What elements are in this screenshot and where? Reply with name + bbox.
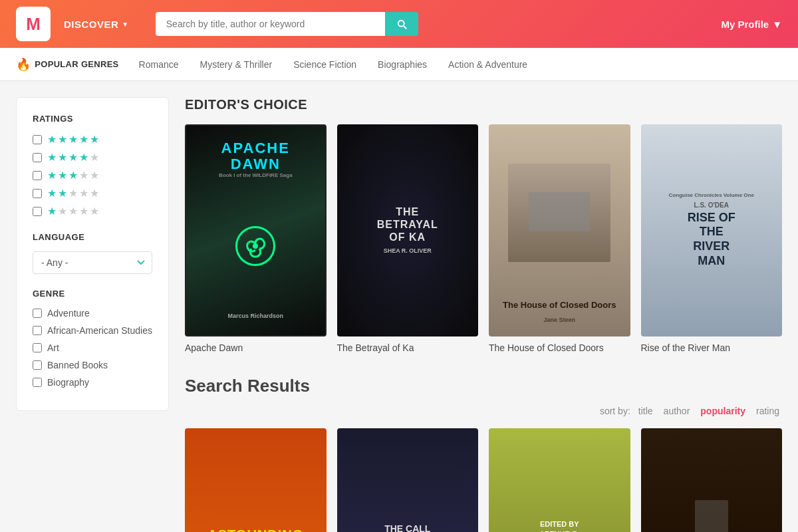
book-cover-apache-dawn: APACHEDAWN Book I of the WILDFIRE Saga	[185, 124, 327, 336]
genre-bar: 🔥 POPULAR GENRES Romance Mystery & Thril…	[0, 48, 798, 81]
rating-row-3: ★ ★ ★ ★ ★	[33, 169, 152, 182]
book-card-betrayal[interactable]: THEBETRAYALOF KA SHEA R. OLIVER The Betr…	[337, 124, 479, 354]
stars-4: ★ ★ ★ ★ ★	[47, 151, 99, 164]
star: ★	[47, 205, 57, 217]
rating-checkbox-1[interactable]	[33, 207, 42, 216]
genre-label-art: Art	[47, 342, 59, 353]
genre-filter-row: Adventure	[33, 308, 152, 319]
search-button[interactable]	[385, 12, 418, 36]
book-card-rise[interactable]: Conguise Chronicles Volume One L.S. O'DE…	[641, 124, 783, 354]
book-card-apache-dawn[interactable]: APACHEDAWN Book I of the WILDFIRE Saga	[185, 124, 327, 354]
star: ★	[79, 187, 88, 200]
rating-row-4: ★ ★ ★ ★ ★	[33, 151, 152, 164]
my-profile-label: My Profile	[721, 19, 769, 30]
profile-caret-icon: ▼	[772, 19, 782, 30]
genre-link-romance[interactable]: Romance	[130, 48, 188, 80]
genre-link-science-fiction[interactable]: Science Fiction	[284, 48, 366, 80]
book-cover-reeve: EDITED BYARTHUR B.REEVE	[489, 428, 630, 532]
editors-choice-grid: APACHEDAWN Book I of the WILDFIRE Saga	[185, 124, 782, 354]
genre-link-action-adventure[interactable]: Action & Adventure	[439, 48, 537, 80]
book-cover-astounding: ASTOUNDING	[185, 428, 327, 532]
editors-choice-title: EDITOR'S CHOICE	[185, 97, 782, 112]
star: ★	[68, 187, 78, 200]
book-title-rise: Rise of the River Man	[641, 342, 783, 355]
sort-by-popularity[interactable]: popularity	[698, 404, 748, 418]
stars-5: ★ ★ ★ ★ ★	[47, 133, 99, 146]
sort-by-title[interactable]: title	[636, 404, 656, 418]
star: ★	[47, 169, 57, 182]
search-bar	[156, 12, 418, 36]
search-results-title: Search Results	[185, 376, 782, 396]
rating-row-2: ★ ★ ★ ★ ★	[33, 187, 152, 200]
book-title-house: The House of Closed Doors	[489, 342, 630, 355]
sidebar: RATINGS ★ ★ ★ ★ ★ ★ ★ ★ ★ ★	[16, 97, 169, 411]
star: ★	[58, 187, 67, 200]
star: ★	[90, 151, 99, 164]
book-cover-stoker: BRAM STOKER	[641, 428, 783, 532]
genre-label-african-american: African-American Studies	[47, 325, 152, 336]
rating-checkbox-5[interactable]	[33, 135, 42, 144]
sort-by-rating[interactable]: rating	[753, 404, 782, 418]
genre-checkbox-banned-books[interactable]	[33, 360, 42, 370]
genre-title: GENRE	[33, 289, 152, 299]
star: ★	[68, 133, 78, 146]
my-profile-button[interactable]: My Profile ▼	[721, 19, 782, 30]
search-icon	[396, 18, 408, 30]
app-header: M DISCOVER ▼ My Profile ▼	[0, 0, 798, 48]
genre-link-mystery-thriller[interactable]: Mystery & Thriller	[191, 48, 282, 80]
genre-filter-row: African-American Studies	[33, 325, 152, 336]
fire-icon: 🔥	[16, 57, 31, 72]
genre-section: GENRE Adventure African-American Studies…	[33, 289, 152, 388]
language-section: LANGUAGE - Any -	[33, 232, 152, 274]
stars-1: ★ ★ ★ ★ ★	[47, 205, 99, 217]
sort-row: sort by: title author popularity rating	[185, 404, 782, 418]
genre-checkbox-biography[interactable]	[33, 378, 42, 387]
star: ★	[47, 187, 57, 200]
logo-letter: M	[26, 14, 41, 35]
star: ★	[90, 205, 99, 217]
sort-label: sort by:	[600, 406, 630, 416]
app-logo[interactable]: M	[16, 7, 51, 41]
book-cover-betrayal: THEBETRAYALOF KA SHEA R. OLIVER	[337, 124, 479, 336]
search-book-astounding[interactable]: ASTOUNDING	[185, 428, 327, 532]
sort-by-author[interactable]: author	[661, 404, 693, 418]
search-input[interactable]	[156, 12, 385, 36]
biohazard-icon	[235, 226, 275, 266]
popular-genres-label: 🔥 POPULAR GENRES	[16, 57, 119, 72]
star: ★	[68, 151, 78, 164]
rating-checkbox-3[interactable]	[33, 171, 42, 180]
genre-checkbox-african-american[interactable]	[33, 326, 42, 335]
search-book-stoker[interactable]: BRAM STOKER	[641, 428, 783, 532]
search-book-reeve[interactable]: EDITED BYARTHUR B.REEVE	[489, 428, 630, 532]
discover-label: DISCOVER	[64, 19, 118, 30]
star: ★	[68, 205, 78, 217]
stars-2: ★ ★ ★ ★ ★	[47, 187, 99, 200]
genre-label-biography: Biography	[47, 377, 89, 388]
discover-caret-icon: ▼	[122, 21, 128, 28]
genre-checkbox-adventure[interactable]	[33, 309, 42, 318]
book-title-betrayal: The Betrayal of Ka	[337, 342, 479, 355]
book-cover-rise: Conguise Chronicles Volume One L.S. O'DE…	[641, 124, 783, 336]
search-results-grid: ASTOUNDING THE CALLOF CTHULHU EDITED BYA…	[185, 428, 782, 532]
discover-button[interactable]: DISCOVER ▼	[64, 19, 129, 30]
star: ★	[79, 205, 88, 217]
star: ★	[90, 169, 99, 182]
star: ★	[90, 133, 99, 146]
book-title-apache-dawn: Apache Dawn	[185, 342, 327, 355]
rating-row-1: ★ ★ ★ ★ ★	[33, 205, 152, 217]
main-layout: RATINGS ★ ★ ★ ★ ★ ★ ★ ★ ★ ★	[0, 81, 798, 532]
language-title: LANGUAGE	[33, 232, 152, 242]
star: ★	[79, 151, 88, 164]
genre-checkbox-art[interactable]	[33, 343, 42, 352]
genre-link-biographies[interactable]: Biographies	[368, 48, 436, 80]
genre-filter-row: Banned Books	[33, 360, 152, 370]
star: ★	[79, 133, 88, 146]
language-select[interactable]: - Any -	[33, 251, 152, 274]
star: ★	[79, 169, 88, 182]
genre-label-adventure: Adventure	[47, 308, 90, 319]
search-book-cthulhu[interactable]: THE CALLOF CTHULHU	[337, 428, 479, 532]
rating-checkbox-4[interactable]	[33, 153, 42, 162]
book-card-house[interactable]: The House of Closed Doors Jane Steen The…	[489, 124, 630, 354]
rating-checkbox-2[interactable]	[33, 189, 42, 198]
star: ★	[47, 151, 57, 164]
